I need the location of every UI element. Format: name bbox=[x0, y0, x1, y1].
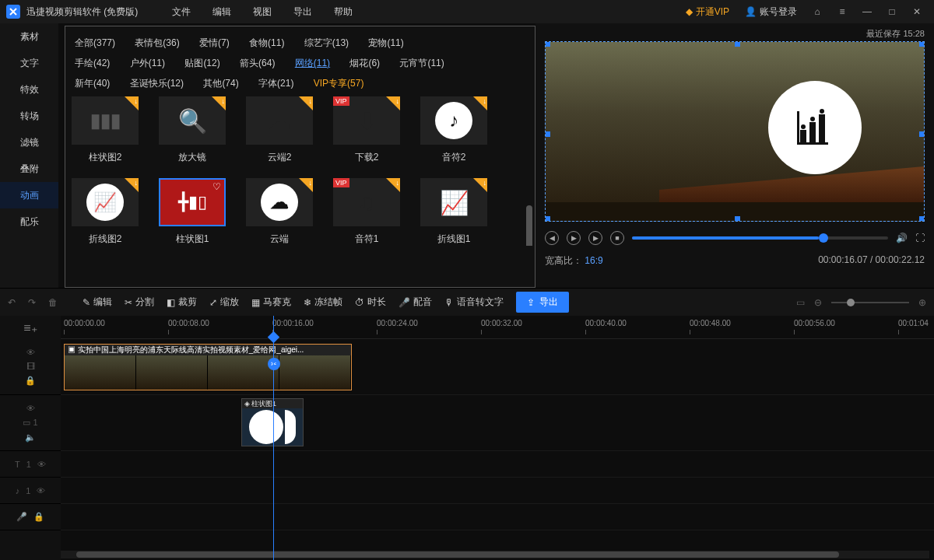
export-button[interactable]: ⇪ 导出 bbox=[516, 292, 569, 313]
aspect-ratio[interactable]: 16:9 bbox=[585, 255, 602, 266]
stt-button[interactable]: 🎙 语音转文字 bbox=[444, 296, 504, 309]
nav-material[interactable]: 素材 bbox=[0, 23, 58, 50]
tag[interactable]: 爱情(7) bbox=[199, 33, 230, 53]
tag[interactable]: 食物(11) bbox=[249, 33, 284, 53]
eye-icon[interactable]: 👁 bbox=[26, 404, 35, 413]
fullscreen-icon[interactable]: ⛶ bbox=[915, 233, 925, 243]
menu-file[interactable]: 文件 bbox=[161, 5, 202, 19]
tracks-area[interactable]: 00:00:00.00 00:00:08.00 00:00:16.00 00:0… bbox=[61, 316, 934, 560]
play-button[interactable]: ▶ bbox=[567, 231, 581, 245]
nav-animation[interactable]: 动画 bbox=[0, 182, 58, 208]
overlay-element[interactable] bbox=[768, 81, 862, 174]
eye-icon[interactable]: 👁 bbox=[26, 348, 35, 357]
menu-edit[interactable]: 编辑 bbox=[202, 5, 242, 19]
prev-frame-button[interactable]: ◀ bbox=[545, 231, 559, 245]
menu-view[interactable]: 视图 bbox=[242, 5, 283, 19]
tag[interactable]: 元宵节(11) bbox=[399, 53, 444, 73]
voice-track-head[interactable]: 🎤🔒 bbox=[0, 504, 61, 530]
pip-track[interactable]: ◈柱状图1 bbox=[61, 395, 934, 451]
audio-track-head[interactable]: ♪1👁 bbox=[0, 478, 61, 504]
eye-icon[interactable]: 👁 bbox=[37, 460, 46, 469]
split-button[interactable]: ✂ 分割 bbox=[125, 296, 154, 309]
scale-button[interactable]: ⤢ 缩放 bbox=[209, 296, 239, 309]
volume-icon[interactable]: 🔊 bbox=[896, 233, 908, 243]
home-icon[interactable]: ⌂ bbox=[806, 6, 828, 17]
seek-slider[interactable] bbox=[632, 236, 888, 240]
tag[interactable]: 新年(40) bbox=[75, 73, 110, 93]
tag-selected[interactable]: 网络(11) bbox=[295, 53, 330, 73]
zoom-in-icon[interactable]: ⊕ bbox=[918, 297, 926, 308]
mosaic-button[interactable]: ▦ 马赛克 bbox=[251, 296, 291, 309]
dub-button[interactable]: 🎤 配音 bbox=[399, 296, 432, 309]
audio-track[interactable] bbox=[61, 478, 934, 504]
asset-card[interactable]: VIP⬇↓ 下载2 bbox=[332, 96, 402, 164]
scrollbar-horizontal[interactable] bbox=[61, 551, 929, 558]
tag[interactable]: 手绘(42) bbox=[75, 53, 110, 73]
stop-button[interactable]: ■ bbox=[610, 231, 624, 245]
tag[interactable]: 综艺字(13) bbox=[304, 33, 349, 53]
preview-canvas[interactable] bbox=[545, 41, 925, 222]
tag[interactable]: 宠物(11) bbox=[368, 33, 403, 53]
mute-icon[interactable]: 🔈 bbox=[25, 432, 36, 443]
nav-effects[interactable]: 特效 bbox=[0, 76, 58, 103]
tag[interactable]: 其他(74) bbox=[203, 73, 238, 93]
nav-music[interactable]: 配乐 bbox=[0, 208, 58, 235]
menu-export[interactable]: 导出 bbox=[283, 5, 323, 19]
redo-button[interactable]: ↷ bbox=[28, 297, 36, 308]
minimize-icon[interactable]: — bbox=[856, 6, 878, 17]
maximize-icon[interactable]: □ bbox=[881, 6, 903, 17]
login-button[interactable]: 👤 账号登录 bbox=[739, 5, 803, 19]
playhead[interactable] bbox=[273, 316, 274, 560]
open-vip-button[interactable]: ◆ 开通VIP bbox=[679, 5, 736, 19]
tag[interactable]: 户外(11) bbox=[130, 53, 165, 73]
asset-card[interactable]: ☁↓ 云端 bbox=[244, 178, 314, 246]
edit-button[interactable]: ✎ 编辑 bbox=[83, 296, 112, 309]
lock-icon[interactable]: 🔒 bbox=[25, 376, 36, 386]
undo-button[interactable]: ↶ bbox=[8, 297, 16, 308]
asset-card[interactable]: ▮▮▮↓ 柱状图2 bbox=[70, 96, 140, 164]
lock-icon[interactable]: 🔒 bbox=[33, 512, 44, 522]
delete-button[interactable]: 🗑 bbox=[48, 297, 58, 308]
asset-card[interactable]: VIP♫↓ 音符1 bbox=[332, 178, 402, 246]
zoom-slider[interactable] bbox=[831, 302, 909, 303]
asset-card[interactable]: 📈↓ 折线图2 bbox=[70, 178, 140, 246]
video-clip[interactable]: ▣ 实拍中国上海明亮的浦东天际线高清实拍视频素材_爱给网_aigei... bbox=[64, 344, 352, 390]
text-track-head[interactable]: T1👁 bbox=[0, 451, 61, 478]
nav-overlay[interactable]: 叠附 bbox=[0, 156, 58, 182]
animation-clip[interactable]: ◈柱状图1 bbox=[241, 398, 304, 446]
asset-card[interactable]: 📈↓ 折线图1 bbox=[419, 178, 489, 246]
tag[interactable]: 箭头(64) bbox=[240, 53, 275, 73]
menu-icon[interactable]: ≡ bbox=[831, 6, 853, 17]
close-icon[interactable]: ✕ bbox=[906, 6, 928, 17]
asset-card[interactable]: ☁↓ 云端2 bbox=[244, 96, 314, 164]
tag[interactable]: 贴图(12) bbox=[184, 53, 219, 73]
duration-button[interactable]: ⏱ 时长 bbox=[355, 296, 386, 309]
cut-marker[interactable]: ✂ bbox=[268, 358, 280, 370]
tag[interactable]: 表情包(36) bbox=[135, 33, 179, 53]
tag[interactable]: 烟花(6) bbox=[349, 53, 380, 73]
voice-track[interactable] bbox=[61, 504, 934, 530]
scrollbar-vertical[interactable] bbox=[526, 205, 532, 246]
tag[interactable]: 全部(377) bbox=[75, 33, 115, 53]
freeze-button[interactable]: ❄ 冻结帧 bbox=[304, 296, 342, 309]
asset-card[interactable]: ♪↓ 音符2 bbox=[419, 96, 489, 164]
add-track-button[interactable]: ≡₊ bbox=[0, 316, 61, 339]
tag[interactable]: 圣诞快乐(12) bbox=[130, 73, 184, 93]
video-track[interactable]: ▣ 实拍中国上海明亮的浦东天际线高清实拍视频素材_爱给网_aigei... ✂ bbox=[61, 339, 934, 395]
crop-button[interactable]: ◧ 裁剪 bbox=[167, 296, 197, 309]
pip-track-head[interactable]: 👁▭ 1🔈 bbox=[0, 395, 61, 451]
next-frame-button[interactable]: ▶ bbox=[588, 231, 602, 245]
eye-icon[interactable]: 👁 bbox=[37, 486, 45, 495]
menu-help[interactable]: 帮助 bbox=[323, 5, 363, 19]
nav-filter[interactable]: 滤镜 bbox=[0, 129, 58, 156]
tag-vip[interactable]: VIP专享(57) bbox=[314, 73, 364, 93]
nav-text[interactable]: 文字 bbox=[0, 50, 58, 76]
zoom-out-icon[interactable]: ⊖ bbox=[814, 297, 822, 308]
fit-icon[interactable]: ▭ bbox=[796, 297, 805, 308]
asset-card[interactable]: 🔍↓ 放大镜 bbox=[157, 96, 227, 164]
video-track-head[interactable]: 👁🎞🔒 bbox=[0, 339, 61, 395]
time-ruler[interactable]: 00:00:00.00 00:00:08.00 00:00:16.00 00:0… bbox=[61, 316, 934, 339]
asset-card-selected[interactable]: ╋▮▯♡ 柱状图1 bbox=[157, 178, 227, 246]
tag[interactable]: 字体(21) bbox=[258, 73, 293, 93]
heart-icon[interactable]: ♡ bbox=[212, 181, 221, 192]
